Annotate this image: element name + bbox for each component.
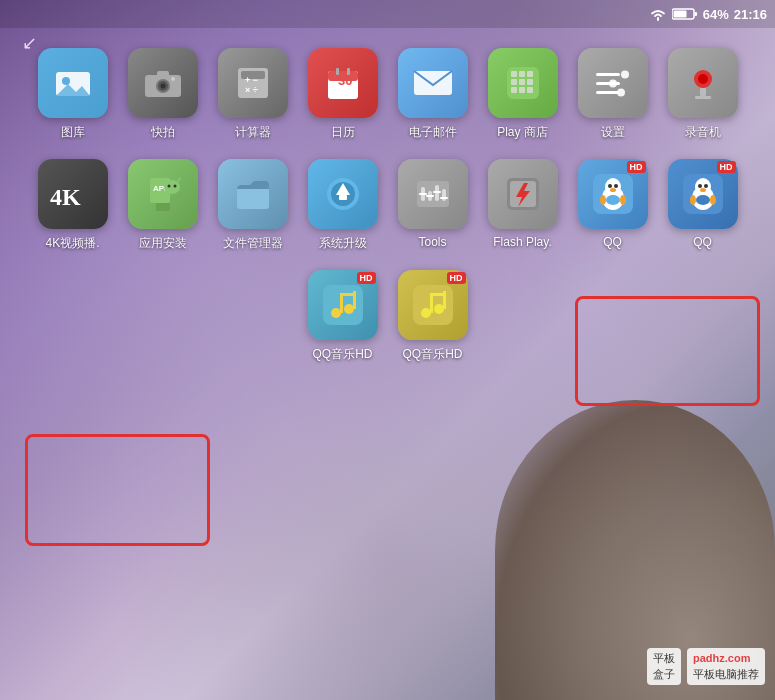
flashplay-label: Flash Play. [493,235,551,249]
watermark-left: 平板 盒子 [647,648,681,685]
watermark-url: padhz.com [693,651,759,666]
svg-point-37 [617,89,625,97]
qq1-hd-badge: HD [627,161,646,173]
email-icon [398,48,468,118]
qqmusic2-hd-badge: HD [447,272,466,284]
svg-rect-64 [440,197,448,199]
svg-point-9 [160,84,165,89]
svg-point-87 [344,304,354,314]
app-flashplay[interactable]: Flash Play. [483,159,563,252]
app-camera[interactable]: 快拍 [123,48,203,141]
svg-point-35 [621,71,629,79]
svg-rect-44 [156,203,170,211]
app-qqmusic1[interactable]: HD QQ音乐HD [303,270,383,363]
watermark: 平板 盒子 padhz.com 平板电脑推荐 [647,648,765,685]
4kvideo-label: 4K视频播. [45,235,99,252]
apk-icon: APK [128,159,198,229]
qqmusic1-label: QQ音乐HD [313,346,373,363]
desktop: 图库 快拍 + −× ÷ 计算器 30 日历 [0,28,775,700]
svg-point-81 [700,188,706,192]
svg-point-39 [698,74,708,84]
app-sysupgrade[interactable]: 系统升级 [303,159,383,252]
app-tools[interactable]: Tools [393,159,473,252]
svg-rect-27 [519,79,525,85]
svg-rect-61 [419,193,427,195]
svg-point-46 [164,180,180,194]
svg-rect-29 [511,87,517,93]
app-recorder[interactable]: 录音机 [663,48,743,141]
status-bar: 64% 21:16 [0,0,775,28]
svg-point-36 [609,80,617,88]
app-qq2[interactable]: HD QQ [663,159,743,252]
svg-point-69 [605,178,621,196]
qq2-hd-badge: HD [717,161,736,173]
svg-rect-32 [596,73,620,76]
svg-line-50 [178,178,180,181]
watermark-subtitle: 平板电脑推荐 [693,667,759,682]
svg-point-73 [606,195,620,205]
sysupgrade-label: 系统升级 [319,235,367,252]
svg-text:+  −: + − [245,75,258,85]
app-gallery[interactable]: 图库 [33,48,113,141]
svg-rect-20 [347,68,350,75]
svg-rect-10 [157,71,169,77]
status-icons: 64% 21:16 [649,7,767,22]
app-filemanager[interactable]: 文件管理器 [213,159,293,252]
camera-icon [128,48,198,118]
app-qq1[interactable]: HD QQ [573,159,653,252]
svg-point-72 [610,188,616,192]
app-apkinstall[interactable]: APK 应用安装 [123,159,203,252]
app-4kvideo[interactable]: 4K 4K视频播. [33,159,113,252]
battery-icon [672,7,698,21]
qq1-label: QQ [603,235,622,249]
svg-rect-34 [596,91,620,94]
svg-point-83 [690,195,696,205]
qq2-label: QQ [693,235,712,249]
svg-point-78 [695,178,711,196]
qqmusic2-icon: HD [398,270,468,340]
app-email[interactable]: 电子邮件 [393,48,473,141]
svg-point-84 [710,195,716,205]
app-playstore[interactable]: Play 商店 [483,48,563,141]
calculator-icon: + −× ÷ [218,48,288,118]
svg-point-4 [62,77,70,85]
svg-text:30: 30 [338,73,352,88]
svg-point-79 [698,184,702,188]
svg-rect-23 [511,71,517,77]
svg-rect-96 [430,293,446,296]
svg-rect-60 [442,189,446,201]
svg-rect-40 [700,88,706,96]
flash-icon [488,159,558,229]
svg-point-48 [173,185,176,188]
app-settings[interactable]: 设置 [573,48,653,141]
qq1-icon: HD [578,159,648,229]
svg-point-47 [167,185,170,188]
svg-rect-41 [695,96,711,99]
app-rows: 图库 快拍 + −× ÷ 计算器 30 日历 [30,48,745,381]
calendar-icon: 30 [308,48,378,118]
calculator-label: 计算器 [235,124,271,141]
svg-rect-25 [527,71,533,77]
playstore-icon [488,48,558,118]
battery-percent: 64% [703,7,729,22]
app-qqmusic2[interactable]: HD QQ音乐HD [393,270,473,363]
time-display: 21:16 [734,7,767,22]
svg-rect-31 [527,87,533,93]
filemanager-label: 文件管理器 [223,235,283,252]
qq2-icon: HD [668,159,738,229]
playstore-label: Play 商店 [497,124,548,141]
drag-arrow: ↙ [22,32,37,54]
svg-rect-28 [527,79,533,85]
svg-point-86 [331,308,341,318]
app-row-2: 4K 4K视频播. APK [33,159,743,252]
app-calculator[interactable]: + −× ÷ 计算器 [213,48,293,141]
tools-label: Tools [418,235,446,249]
watermark-left2: 盒子 [653,667,675,682]
tools-icon [398,159,468,229]
4kvideo-icon: 4K [38,159,108,229]
app-calendar[interactable]: 30 日历 [303,48,383,141]
svg-rect-1 [694,12,697,16]
svg-text:4K: 4K [50,184,81,210]
svg-point-71 [614,184,618,188]
svg-point-11 [171,77,175,81]
